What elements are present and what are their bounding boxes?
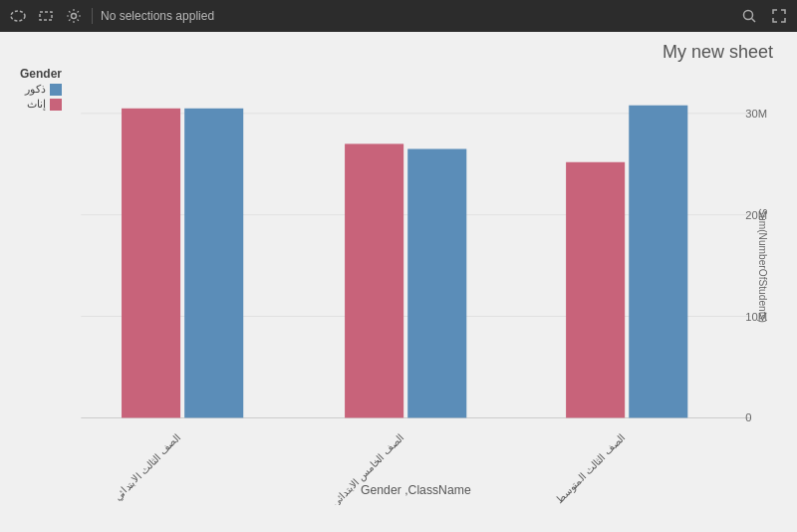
chart-svg-wrapper: 0 10M 20M 30M Sum(NumberOfStudents) xyxy=(10,67,781,505)
svg-rect-1 xyxy=(40,12,52,20)
svg-point-0 xyxy=(11,11,25,21)
chart-area: Gender ذكور إناث xyxy=(10,67,781,505)
svg-text:30M: 30M xyxy=(745,108,767,120)
svg-line-4 xyxy=(752,19,756,23)
toolbar-right xyxy=(739,6,789,26)
fullscreen-icon[interactable] xyxy=(769,6,789,26)
rectangle-select-icon[interactable] xyxy=(36,6,56,26)
toolbar-status: No selections applied xyxy=(101,9,731,23)
svg-text:الصف الثالث المتوسط: الصف الثالث المتوسط xyxy=(554,431,629,505)
svg-point-3 xyxy=(744,11,753,20)
search-icon[interactable] xyxy=(739,6,759,26)
svg-text:الصف الثالث الابتدائي: الصف الثالث الابتدائي xyxy=(112,431,182,502)
bar-cat2-male xyxy=(407,149,466,418)
svg-point-2 xyxy=(72,14,77,19)
toolbar: No selections applied xyxy=(0,0,797,32)
chart-svg: 0 10M 20M 30M Sum(NumberOfStudents) xyxy=(10,67,781,505)
svg-text:0: 0 xyxy=(745,411,751,423)
lasso-icon[interactable] xyxy=(8,6,28,26)
svg-text:Sum(NumberOfStudents): Sum(NumberOfStudents) xyxy=(757,208,768,323)
bar-cat1-male xyxy=(184,109,243,418)
bar-cat3-female xyxy=(566,162,625,418)
svg-text:Gender ,ClassName: Gender ,ClassName xyxy=(361,483,471,497)
sheet-title: My new sheet xyxy=(10,42,781,63)
bar-cat1-female xyxy=(122,109,180,418)
bar-cat2-female xyxy=(345,143,403,417)
main-content: My new sheet Gender ذكور إناث xyxy=(0,32,797,532)
bar-cat3-male xyxy=(629,106,687,418)
settings-icon[interactable] xyxy=(64,6,84,26)
toolbar-divider xyxy=(92,8,93,24)
